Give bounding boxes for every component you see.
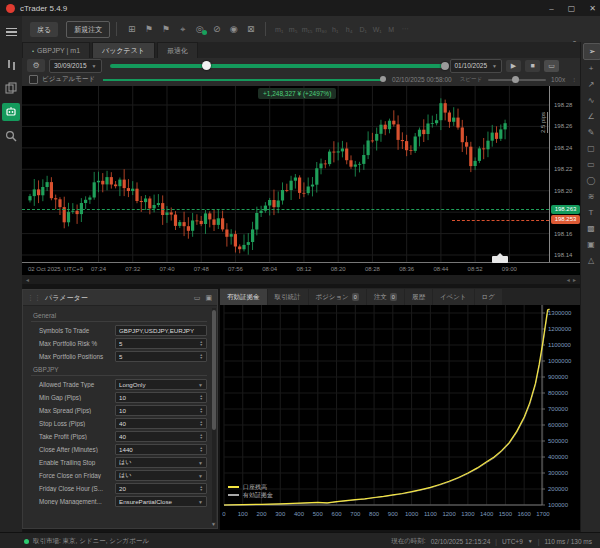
ellipse-icon[interactable]: ◯ bbox=[583, 173, 599, 188]
timeframe-h₁[interactable]: h₁ bbox=[328, 26, 342, 33]
dropdown-caret-icon[interactable]: ▼ bbox=[198, 382, 203, 388]
timeframe-m₅[interactable]: m₅ bbox=[286, 26, 300, 33]
price-axis[interactable]: 198.28198.26198.24198.22198.20198.18198.… bbox=[549, 86, 581, 262]
replay-progress-thumb[interactable] bbox=[380, 76, 386, 82]
trendline-icon[interactable]: ↗ bbox=[583, 77, 599, 92]
results-tab[interactable]: ポジション0 bbox=[309, 289, 366, 305]
param-dropdown-input[interactable]: LongOnly▼ bbox=[115, 379, 207, 390]
parameters-scrollbar[interactable] bbox=[212, 308, 216, 522]
stepper-arrows-icon[interactable]: ▲▼ bbox=[200, 395, 203, 401]
timeframe-W₁[interactable]: W₁ bbox=[370, 26, 384, 33]
timeframe-D₁[interactable]: D₁ bbox=[356, 26, 370, 33]
timezone-select[interactable]: UTC+9 bbox=[502, 538, 523, 545]
chart-scrollbar[interactable]: ◄ ◄ ► bbox=[22, 275, 580, 284]
timeframe-h₄[interactable]: h₄ bbox=[342, 26, 356, 33]
range-slider-thumb[interactable] bbox=[202, 61, 211, 70]
dotted-rect-icon[interactable]: ▢ bbox=[583, 141, 599, 156]
sidebar-item-analyze[interactable] bbox=[0, 124, 22, 148]
sidebar-item-copy[interactable] bbox=[0, 76, 22, 100]
stepper-arrows-icon[interactable]: ▲▼ bbox=[200, 434, 203, 440]
collapse-panel-icon[interactable]: ▭ bbox=[194, 294, 201, 302]
pattern-icon[interactable]: ≋ bbox=[583, 189, 599, 204]
tab-instrument[interactable]: •GBPJPY | m1 bbox=[22, 42, 90, 58]
stepper-arrows-icon[interactable]: ▲▼ bbox=[200, 354, 203, 360]
scroll-left-icon[interactable]: ◄ bbox=[25, 277, 30, 283]
text-icon[interactable]: T bbox=[583, 205, 599, 220]
replay-progress-line[interactable] bbox=[103, 79, 383, 81]
results-tab[interactable]: 取引統計 bbox=[268, 289, 308, 305]
results-tab[interactable]: ログ bbox=[475, 289, 502, 305]
back-button[interactable]: 戻る bbox=[30, 22, 58, 37]
param-stepper-input[interactable]: 5▲▼ bbox=[115, 338, 207, 349]
date-range-slider[interactable] bbox=[110, 64, 446, 68]
param-stepper-input[interactable]: 40▲▼ bbox=[115, 418, 207, 429]
community-icon[interactable]: ◎ bbox=[191, 24, 208, 34]
drag-handle-icon[interactable]: ⋮⋮ bbox=[27, 294, 41, 302]
stop-button[interactable]: ■ bbox=[525, 60, 540, 72]
minimize-button[interactable]: – bbox=[549, 4, 553, 13]
close-button[interactable]: ✕ bbox=[589, 4, 596, 13]
pen-icon[interactable]: ✎ bbox=[583, 125, 599, 140]
backtest-menu-button[interactable]: ▭ bbox=[544, 60, 559, 72]
sidebar-item-trade[interactable] bbox=[0, 52, 22, 76]
time-axis[interactable]: 02 Oct 2025, UTC+9 07:2407:3207:4007:480… bbox=[22, 262, 580, 276]
alert-icon[interactable]: △ bbox=[583, 253, 599, 268]
stepper-arrows-icon[interactable]: ▲▼ bbox=[200, 447, 203, 453]
pin-icon[interactable]: ⚑ bbox=[140, 24, 157, 34]
param-stepper-input[interactable]: 1440▲▼ bbox=[115, 444, 207, 455]
range-slider-end-thumb[interactable] bbox=[441, 62, 449, 70]
candlestick-plot[interactable] bbox=[22, 86, 549, 262]
equity-chart[interactable]: 0100200300400500600700800900100011001200… bbox=[220, 305, 580, 530]
play-button[interactable]: ▶ bbox=[506, 60, 521, 72]
param-stepper-input[interactable]: 5▲▼ bbox=[115, 351, 207, 362]
param-stepper-input[interactable]: 10▲▼ bbox=[115, 405, 207, 416]
param-stepper-input[interactable]: 40▲▼ bbox=[115, 431, 207, 442]
main-menu-button[interactable] bbox=[0, 20, 22, 44]
dropdown-caret-icon[interactable]: ▼ bbox=[198, 499, 203, 505]
stepper-arrows-icon[interactable]: ▲▼ bbox=[200, 408, 203, 414]
dropdown-caret-icon[interactable]: ▼ bbox=[198, 473, 203, 479]
timeframe-M[interactable]: M bbox=[384, 26, 398, 33]
results-tab[interactable]: イベント bbox=[433, 289, 474, 305]
param-dropdown-input[interactable]: EnsurePartialClose▼ bbox=[115, 496, 207, 507]
replay-position-marker[interactable] bbox=[492, 256, 508, 263]
stepper-arrows-icon[interactable]: ▲▼ bbox=[200, 486, 203, 492]
tab-backtest[interactable]: バックテスト bbox=[92, 42, 155, 58]
timeframe-m₃₀[interactable]: m₃₀ bbox=[314, 26, 328, 33]
pin-alt-icon[interactable]: ⚑ bbox=[157, 24, 174, 34]
crosshair-pin-icon[interactable]: ⌖ bbox=[174, 24, 191, 35]
timeframe-m₁₅[interactable]: m₁₅ bbox=[300, 26, 314, 33]
speed-slider-thumb[interactable] bbox=[512, 76, 519, 83]
new-order-button[interactable]: 新規注文 bbox=[66, 21, 110, 38]
stepper-arrows-icon[interactable]: ▲▼ bbox=[200, 421, 203, 427]
param-stepper-input[interactable]: 10▲▼ bbox=[115, 392, 207, 403]
scroll-right-icon[interactable]: ◄ ► bbox=[566, 277, 577, 283]
start-date-select[interactable]: 30/09/2015▼ bbox=[49, 59, 102, 73]
visual-mode-checkbox[interactable] bbox=[29, 75, 38, 84]
camera-icon[interactable]: ▣ bbox=[583, 237, 599, 252]
timeframe-m₁[interactable]: m₁ bbox=[272, 26, 286, 33]
end-date-select[interactable]: 01/10/2025▼ bbox=[450, 59, 503, 73]
crosshair-icon[interactable]: + bbox=[583, 61, 599, 76]
rectangle-icon[interactable]: ▭ bbox=[583, 157, 599, 172]
maximize-button[interactable]: ▢ bbox=[568, 4, 576, 13]
cursor-icon[interactable]: ➢ bbox=[583, 43, 600, 60]
parameters-header[interactable]: ⋮⋮ パラメーター ▭ ▣ bbox=[23, 290, 217, 306]
param-text-input[interactable]: GBPJPY,USDJPY,EURJPY bbox=[115, 325, 207, 336]
clear-objects-icon[interactable]: ⊠ bbox=[242, 24, 259, 34]
speed-slider[interactable] bbox=[488, 79, 546, 81]
candlestick-chart[interactable]: +1,248,327 ¥ (+2497%) 2.5 pips 198.28198… bbox=[22, 86, 580, 284]
param-dropdown-input[interactable]: はい▼ bbox=[115, 457, 207, 468]
disable-icon[interactable]: ⊘ bbox=[208, 24, 225, 34]
speed-more-icon[interactable]: ⁝ bbox=[573, 76, 575, 83]
sidebar-item-automate[interactable] bbox=[2, 103, 20, 121]
results-tab[interactable]: 履歴 bbox=[405, 289, 432, 305]
angle-icon[interactable]: ∠ bbox=[583, 109, 599, 124]
scroll-down-icon[interactable]: ▼ bbox=[211, 521, 216, 527]
stepper-arrows-icon[interactable]: ▲▼ bbox=[200, 341, 203, 347]
results-tab[interactable]: 有効証拠金 bbox=[220, 289, 267, 305]
popout-panel-icon[interactable]: ▣ bbox=[205, 294, 212, 302]
timeframe-⋯[interactable]: ⋯ bbox=[398, 25, 412, 33]
tab-optimize[interactable]: 最適化 bbox=[157, 42, 198, 58]
eye-icon[interactable]: ◉ bbox=[225, 24, 242, 34]
